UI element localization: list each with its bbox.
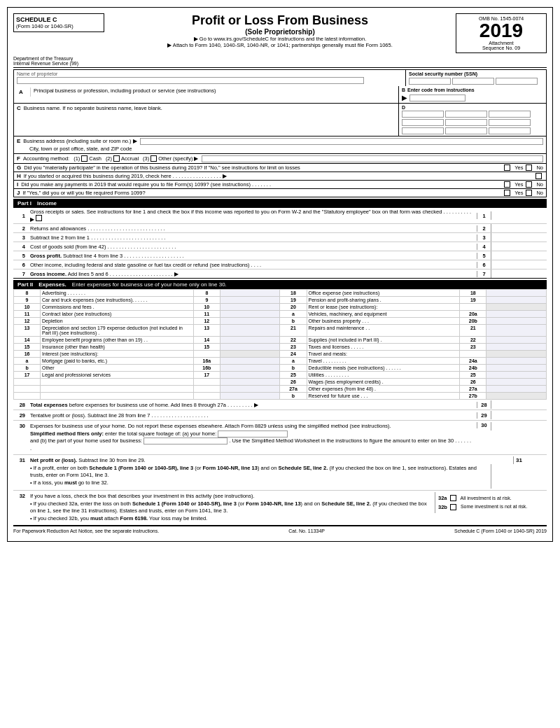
- h-checkbox[interactable]: [536, 173, 542, 179]
- line27a-ref: 27a: [460, 386, 486, 393]
- line15-ref: 15: [193, 344, 220, 351]
- line32b-checkbox[interactable]: [450, 504, 456, 510]
- line21-ref: 21: [460, 325, 486, 337]
- line32b-text: Some investment is not at risk.: [461, 504, 527, 509]
- ein-2[interactable]: [445, 111, 487, 118]
- i-no-checkbox[interactable]: [526, 181, 532, 188]
- line14-amount[interactable]: [220, 337, 280, 344]
- cash-checkbox[interactable]: [81, 155, 88, 162]
- income-line-6: 6 Other income, including federal and st…: [13, 260, 547, 270]
- ein-3[interactable]: [489, 111, 531, 118]
- ssn-input-1[interactable]: [409, 78, 451, 85]
- ssn-input-2[interactable]: [452, 78, 494, 85]
- line20a-amount[interactable]: [486, 311, 547, 318]
- income-line-2: 2 Returns and allowances . . . . . . . .…: [13, 224, 547, 233]
- line7-amount[interactable]: [491, 270, 547, 278]
- line24-desc: Travel and meals:: [307, 351, 460, 358]
- line28-desc: Total expenses before expenses for busin…: [27, 401, 477, 409]
- i-yes-checkbox[interactable]: [504, 181, 510, 188]
- line11-amount[interactable]: [220, 311, 280, 318]
- line18-num: 18: [280, 290, 307, 297]
- ssn-input-3[interactable]: [496, 78, 538, 85]
- g-yes-checkbox[interactable]: [504, 164, 510, 171]
- other-checkbox[interactable]: [150, 155, 157, 162]
- line20a-ref: 20a: [460, 311, 486, 318]
- line3-amount[interactable]: [491, 233, 547, 241]
- ein-4[interactable]: [402, 119, 444, 126]
- line16-shaded: [220, 351, 280, 358]
- line10-num: 10: [14, 304, 41, 311]
- j-no-checkbox[interactable]: [526, 190, 532, 196]
- line23-amount[interactable]: [486, 344, 547, 351]
- line23-num: 23: [280, 344, 307, 351]
- line16b-num: b: [14, 365, 41, 372]
- ein-9[interactable]: [489, 127, 531, 134]
- empty2-ref: [193, 386, 220, 393]
- line19-amount[interactable]: [486, 297, 547, 304]
- name-input[interactable]: [17, 77, 364, 84]
- line16b-amount[interactable]: [220, 365, 280, 372]
- business-sqft-input[interactable]: [144, 438, 227, 444]
- row-j-text: If "Yes," did you or will you file requi…: [22, 190, 504, 196]
- line18-desc: Office expense (see instructions): [307, 290, 460, 297]
- code-input[interactable]: [410, 94, 465, 102]
- line21-amount[interactable]: [486, 325, 547, 337]
- home-sqft-input[interactable]: [218, 430, 288, 438]
- row-j-letter: J: [17, 190, 20, 196]
- line15-amount[interactable]: [220, 344, 280, 351]
- ein-5[interactable]: [445, 119, 487, 126]
- address-input[interactable]: [140, 138, 543, 145]
- form-number: (Form 1040 or 1040-SR): [16, 23, 102, 29]
- line29-amount[interactable]: [491, 411, 547, 419]
- line16a-amount[interactable]: [220, 358, 280, 365]
- line31-amount[interactable]: [491, 464, 547, 489]
- line32a-checkbox[interactable]: [450, 495, 456, 501]
- income-line-5: 5 Gross profit. Subtract line 4 from lin…: [13, 251, 547, 260]
- accrual-checkbox[interactable]: [113, 155, 120, 162]
- line26-amount[interactable]: [486, 379, 547, 386]
- row-b-letter: B: [402, 88, 405, 92]
- other-specify-input[interactable]: [202, 155, 544, 162]
- line10-amount[interactable]: [220, 304, 280, 311]
- line13-amount[interactable]: [220, 325, 280, 337]
- line18-amount[interactable]: [486, 290, 547, 297]
- line30-amount[interactable]: [491, 422, 547, 430]
- g-no-checkbox[interactable]: [526, 164, 532, 171]
- ein-8[interactable]: [445, 127, 487, 134]
- line17-amount[interactable]: [220, 372, 280, 379]
- line5-amount[interactable]: [491, 251, 547, 260]
- line16b-ref: 16b: [193, 365, 220, 372]
- footer: For Paperwork Reduction Act Notice, see …: [13, 526, 547, 536]
- line6-amount[interactable]: [491, 260, 547, 269]
- line12-amount[interactable]: [220, 318, 280, 325]
- line24a-amount[interactable]: [486, 358, 547, 365]
- ein-6[interactable]: [489, 119, 531, 126]
- line25-amount[interactable]: [486, 372, 547, 379]
- line1-checkbox[interactable]: [36, 215, 42, 221]
- line28-amount[interactable]: [491, 400, 547, 409]
- line8-amount[interactable]: [220, 290, 280, 297]
- line15-num: 15: [14, 344, 41, 351]
- line27a-amount[interactable]: [486, 386, 547, 393]
- line24b-amount[interactable]: [486, 365, 547, 372]
- line27b-ref: 27b: [460, 393, 486, 400]
- ein-7[interactable]: [402, 127, 444, 134]
- line6-desc: Other income, including federal and stat…: [27, 261, 477, 269]
- j-yes-checkbox[interactable]: [504, 190, 510, 196]
- line16a-num: a: [14, 358, 41, 365]
- line3-desc: Subtract line 2 from line 1 . . . . . . …: [27, 234, 477, 241]
- line8-num: 8: [14, 290, 41, 297]
- line17-desc: Legal and professional services: [41, 372, 194, 379]
- row-g-letter: G: [17, 164, 21, 171]
- line31-ref: 31: [513, 456, 524, 464]
- line4-amount[interactable]: [491, 242, 547, 251]
- line24-ref: [460, 351, 486, 358]
- line3-num: 3: [13, 234, 27, 241]
- line9-amount[interactable]: [220, 297, 280, 304]
- line20b-amount[interactable]: [486, 318, 547, 325]
- line1-num: 1: [13, 212, 27, 220]
- line22-amount[interactable]: [486, 337, 547, 344]
- ein-1[interactable]: [402, 111, 444, 118]
- line2-amount[interactable]: [491, 224, 547, 232]
- line1-amount[interactable]: [491, 211, 547, 220]
